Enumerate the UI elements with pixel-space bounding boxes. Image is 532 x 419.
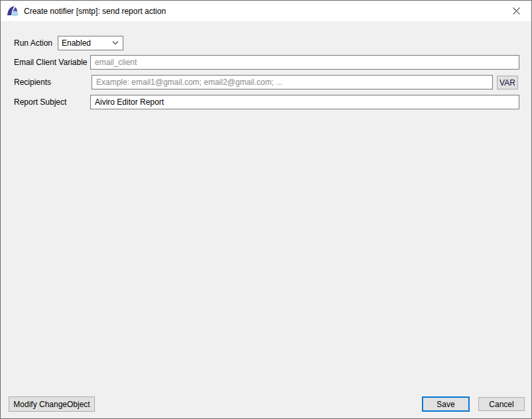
title-bar: Create notifier [smtp]: send report acti…	[1, 1, 531, 21]
run-action-label: Run Action	[14, 36, 52, 50]
aiviro-logo-icon	[7, 5, 19, 17]
email-client-variable-input[interactable]	[90, 55, 519, 70]
save-button[interactable]: Save	[422, 396, 470, 412]
modify-changeobject-button[interactable]: Modify ChangeObject	[9, 396, 95, 412]
recipients-input[interactable]	[92, 75, 493, 90]
dialog-window: Create notifier [smtp]: send report acti…	[0, 0, 532, 419]
chevron-down-icon	[112, 41, 119, 45]
report-subject-input[interactable]	[90, 95, 519, 109]
report-subject-label: Report Subject	[14, 95, 66, 109]
recipients-label: Recipients	[14, 75, 51, 90]
cancel-button[interactable]: Cancel	[478, 397, 525, 411]
recipients-var-button[interactable]: VAR	[497, 76, 518, 90]
dialog-title: Create notifier [smtp]: send report acti…	[24, 7, 166, 16]
close-button[interactable]	[501, 1, 531, 21]
email-client-variable-label: Email Client Variable	[14, 55, 88, 70]
run-action-dropdown[interactable]: Enabled	[58, 36, 123, 50]
run-action-selected-value: Enabled	[62, 38, 91, 48]
